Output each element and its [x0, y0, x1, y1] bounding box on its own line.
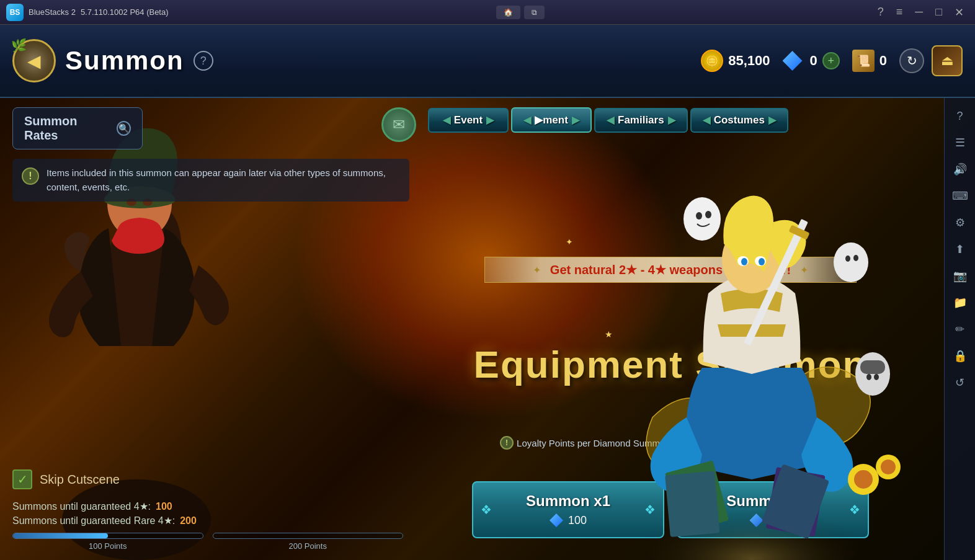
diamond-icon: [783, 51, 803, 71]
header-right-icons: ↻ ⏏: [899, 45, 963, 76]
add-diamonds-button[interactable]: +: [822, 52, 840, 69]
svg-point-21: [853, 255, 858, 261]
loyalty-info-icon: !: [500, 436, 514, 450]
gold-currency: 🪙 85,100: [701, 50, 770, 72]
scroll-icon: 📜: [852, 50, 875, 72]
help-window-btn[interactable]: ?: [873, 6, 889, 19]
layers-tab[interactable]: ⧉: [524, 6, 545, 19]
svg-point-9: [759, 258, 765, 265]
scroll-currency: 📜 0: [852, 50, 887, 72]
guarantee-rare-value: 200: [180, 515, 197, 527]
progress-bar-2-container: 200 Points: [213, 533, 404, 551]
side-icon-menu[interactable]: ☰: [948, 131, 972, 154]
tab-navigation: ◀ Event ▶ ◀ ▶ment ▶ ◀ Familiars ▶ ◀ Cost…: [428, 107, 788, 133]
svg-point-16: [683, 197, 721, 241]
summon-rates-label: Summon Rates: [24, 114, 110, 143]
info-notice: ! Items included in this summon can appe…: [12, 159, 409, 202]
title-bar-left: BS BlueStacks 2 5.7.110.1002 P64 (Beta): [6, 4, 169, 21]
window-controls: ? ≡ ─ □ ✕: [873, 6, 969, 19]
guarantee-info: Summons until guaranteed 4★: 100 Summons…: [12, 500, 403, 527]
side-icon-edit[interactable]: ✏: [948, 318, 972, 341]
tab-event[interactable]: ◀ Event ▶: [428, 108, 509, 133]
info-text: Items included in this summon can appear…: [47, 166, 400, 194]
game-header: 🌿 Summon ? 🪙 85,100 0 + 📜 0 ↻ ⏏: [0, 25, 975, 98]
svg-point-24: [866, 374, 871, 380]
side-icon-volume[interactable]: 🔊: [948, 158, 972, 181]
rotate-button[interactable]: ↻: [899, 48, 924, 73]
menu-btn[interactable]: ≡: [891, 6, 908, 19]
diamond-currency: 0 +: [783, 51, 840, 71]
search-icon: 🔍: [117, 121, 131, 136]
tab-arrow-left-equip: ◀: [523, 114, 531, 126]
scroll-amount: 0: [879, 53, 887, 69]
side-icon-folder[interactable]: 📁: [948, 291, 972, 314]
svg-point-8: [741, 258, 747, 265]
tab-arrow-right-fam: ▶: [668, 114, 675, 126]
summon-x1-cost: 100: [550, 513, 587, 527]
side-icon-up[interactable]: ⬆: [948, 238, 972, 261]
back-button[interactable]: 🌿: [12, 39, 56, 82]
help-icon[interactable]: ?: [194, 51, 213, 71]
guarantee-rare-text: Summons until guaranteed Rare 4★:: [12, 515, 175, 527]
skip-cutscene-area: ✓ Skip Cutscene: [12, 469, 403, 489]
svg-point-19: [834, 242, 868, 282]
progress-bar-1-container: 100 Points: [12, 533, 203, 551]
side-icon-keyboard[interactable]: ⌨: [948, 184, 972, 208]
hero-svg: [590, 169, 913, 560]
tab-arrow-left-event: ◀: [443, 114, 450, 126]
hero-art-area: [590, 167, 913, 560]
gold-coin-icon: 🪙: [701, 50, 723, 72]
banner-deco-left: ✦: [533, 264, 541, 276]
progress-bar-1: [12, 533, 203, 539]
game-area: ✦ ★ ✦: [0, 98, 975, 560]
progress-bar-2: [213, 533, 404, 539]
page-title: Summon: [65, 46, 184, 76]
skip-cutscene-label: Skip Cutscene: [40, 473, 120, 487]
svg-rect-13: [665, 471, 719, 538]
side-icon-settings[interactable]: ⚙: [948, 211, 972, 234]
progress-label-1: 100 Points: [89, 541, 127, 551]
tab-costumes-label: Costumes: [714, 114, 765, 127]
tab-event-label: Event: [454, 114, 483, 127]
skip-cutscene-checkbox[interactable]: ✓: [12, 469, 32, 489]
tab-arrow-left-cos: ◀: [703, 114, 710, 126]
info-icon: !: [22, 167, 39, 185]
side-icon-help[interactable]: ?: [948, 104, 972, 128]
summon-rates-button[interactable]: Summon Rates 🔍: [12, 107, 143, 149]
progress-bars: 100 Points 200 Points: [12, 533, 403, 551]
app-title: BlueStacks 2: [29, 7, 76, 17]
tab-familiars[interactable]: ◀ Familiars ▶: [594, 108, 688, 133]
right-side-panel: ? ☰ 🔊 ⌨ ⚙ ⬆ 📷 📁 ✏ 🔒 ↺: [944, 98, 975, 560]
svg-point-17: [696, 212, 702, 220]
title-bar-tabs: 🏠 ⧉: [496, 6, 545, 19]
progress-fill-1: [13, 533, 108, 538]
home-tab[interactable]: 🏠: [496, 6, 520, 19]
side-icon-camera[interactable]: 📷: [948, 264, 972, 288]
gold-amount: 85,100: [728, 53, 770, 69]
svg-point-25: [874, 374, 879, 380]
restore-btn[interactable]: □: [930, 6, 947, 19]
summon-x1-diamond-icon: [550, 513, 563, 527]
tab-familiars-label: Familiars: [618, 114, 664, 127]
tab-costumes[interactable]: ◀ Costumes ▶: [690, 108, 788, 133]
tab-arrow-right-event: ▶: [486, 114, 494, 126]
side-icon-rotate[interactable]: ↺: [948, 371, 972, 394]
close-btn[interactable]: ✕: [950, 6, 969, 19]
tab-arrow-right-cos: ▶: [768, 114, 776, 126]
left-panel: Summon Rates 🔍 ! Items included in this …: [0, 98, 422, 211]
exit-button[interactable]: ⏏: [932, 45, 963, 76]
svg-point-20: [845, 256, 850, 262]
guarantee-rare-line: Summons until guaranteed Rare 4★: 200: [12, 515, 403, 527]
svg-point-29: [881, 460, 896, 474]
summon-x1-cost-value: 100: [568, 514, 587, 527]
minimize-btn[interactable]: ─: [910, 6, 928, 19]
bottom-bar: ✓ Skip Cutscene Summons until guaranteed…: [0, 460, 416, 560]
tab-equipment[interactable]: ◀ ▶ment ▶: [511, 107, 592, 133]
side-icon-lock[interactable]: 🔒: [948, 344, 972, 368]
progress-label-2: 200 Points: [289, 541, 327, 551]
guarantee-4star-text: Summons until guaranteed 4★:: [12, 500, 151, 512]
guarantee-4star-line: Summons until guaranteed 4★: 100: [12, 500, 403, 512]
message-button[interactable]: ✉: [381, 107, 416, 142]
app-version: 5.7.110.1002 P64 (Beta): [81, 7, 169, 17]
svg-point-27: [854, 470, 873, 489]
